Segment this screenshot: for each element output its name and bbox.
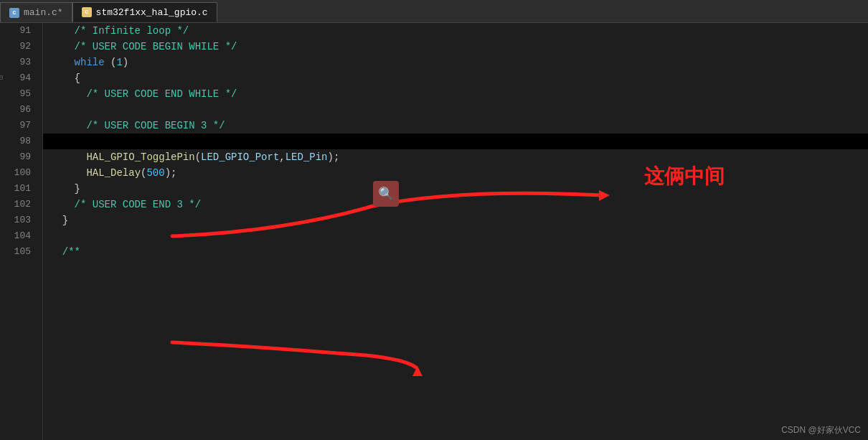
- annotation-text: 这俩中间: [644, 163, 725, 190]
- line-number-102: 102: [0, 197, 37, 212]
- line-number-97: 97: [0, 118, 37, 134]
- line-number-91: 91: [0, 23, 37, 39]
- line-number-98: 98: [0, 134, 37, 149]
- search-button[interactable]: 🔍: [373, 181, 399, 207]
- tab-icon-stm32: c: [82, 7, 92, 17]
- code-line-96: [43, 102, 868, 118]
- code-line-101: }: [43, 181, 868, 197]
- code-line-105: /**: [43, 244, 868, 260]
- watermark: CSDN @好家伙VCC: [781, 424, 861, 436]
- line-number-93: 93: [0, 55, 37, 70]
- tab-icon-main-c: c: [9, 8, 19, 18]
- code-line-93: while (1): [43, 55, 868, 70]
- code-line-100: HAL_Delay(500);: [43, 165, 868, 181]
- line-number-101: 101: [0, 181, 37, 197]
- code-line-104: [43, 228, 868, 244]
- code-area: 919293949596979899100101102103104105 /* …: [0, 23, 868, 440]
- code-line-91: /* Infinite loop */: [43, 23, 868, 39]
- tab-label-stm32: stm32f1xx_hal_gpio.c: [96, 7, 208, 18]
- line-number-96: 96: [0, 102, 37, 118]
- code-line-103: }: [43, 212, 868, 228]
- tab-stm32-hal[interactable]: c stm32f1xx_hal_gpio.c: [72, 2, 217, 22]
- code-line-94: {: [43, 70, 868, 86]
- code-line-98: [43, 134, 868, 149]
- code-line-99: HAL_GPIO_TogglePin(LED_GPIO_Port,LED_Pin…: [43, 149, 868, 165]
- line-number-94: 94: [0, 70, 37, 86]
- line-numbers: 919293949596979899100101102103104105: [0, 23, 43, 440]
- tab-label-main-c: main.c*: [24, 7, 63, 18]
- tab-main-c[interactable]: c main.c*: [0, 2, 72, 22]
- code-line-95: /* USER CODE END WHILE */: [43, 86, 868, 102]
- line-number-105: 105: [0, 244, 37, 260]
- line-number-95: 95: [0, 86, 37, 102]
- line-number-99: 99: [0, 149, 37, 165]
- code-line-102: /* USER CODE END 3 */: [43, 197, 868, 212]
- code-line-92: /* USER CODE BEGIN WHILE */: [43, 39, 868, 55]
- code-line-97: /* USER CODE BEGIN 3 */: [43, 118, 868, 134]
- line-number-100: 100: [0, 165, 37, 181]
- code-content[interactable]: /* Infinite loop */ /* USER CODE BEGIN W…: [43, 23, 868, 440]
- line-number-104: 104: [0, 228, 37, 244]
- line-number-103: 103: [0, 212, 37, 228]
- tab-bar: c main.c* c stm32f1xx_hal_gpio.c: [0, 0, 868, 23]
- line-number-92: 92: [0, 39, 37, 55]
